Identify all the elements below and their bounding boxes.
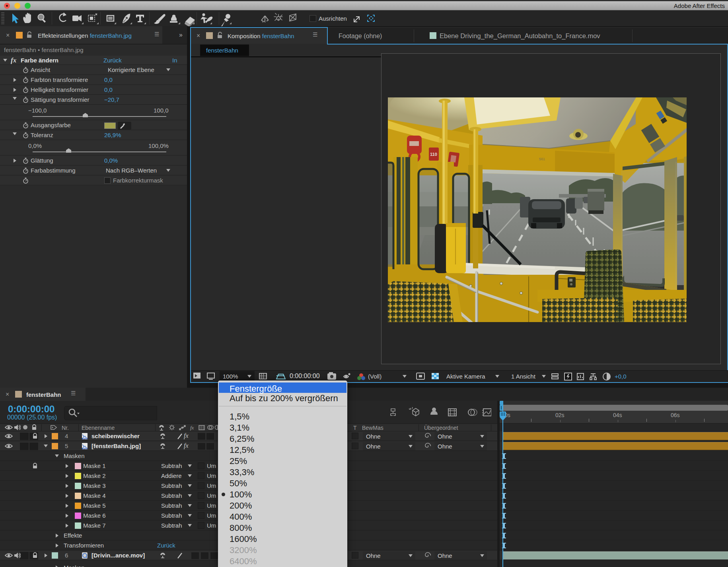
svg-text:JPEG: JPEG <box>83 438 88 440</box>
svg-text:fx: fx <box>190 425 194 431</box>
svg-text:JPEG: JPEG <box>83 448 88 450</box>
